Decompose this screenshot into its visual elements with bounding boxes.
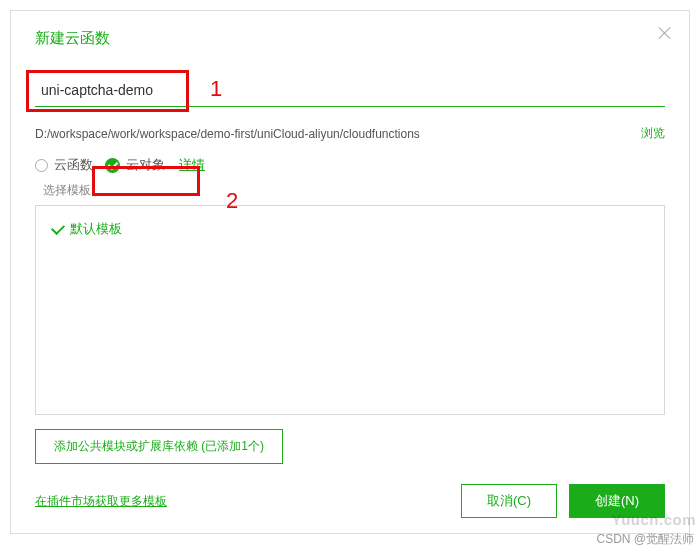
details-link[interactable]: 详情 xyxy=(179,156,205,174)
template-item-label: 默认模板 xyxy=(70,220,122,238)
template-section-label: 选择模板 xyxy=(43,182,665,199)
dialog-title: 新建云函数 xyxy=(35,29,665,48)
dialog-footer: 在插件市场获取更多模板 取消(C) 创建(N) xyxy=(35,484,665,518)
type-row: 云函数 云对象 详情 xyxy=(35,156,665,174)
cancel-button[interactable]: 取消(C) xyxy=(461,484,557,518)
path-row: D:/workspace/work/workspace/demo-first/u… xyxy=(35,125,665,142)
function-name-input[interactable] xyxy=(35,76,180,104)
more-templates-link[interactable]: 在插件市场获取更多模板 xyxy=(35,493,167,510)
cloud-object-label[interactable]: 云对象 xyxy=(126,156,165,174)
browse-link[interactable]: 浏览 xyxy=(641,125,665,142)
close-icon[interactable] xyxy=(657,25,673,41)
template-item-default[interactable]: 默认模板 xyxy=(54,220,646,238)
template-list: 默认模板 xyxy=(35,205,665,415)
function-name-input-wrap xyxy=(35,76,180,104)
cloud-function-label[interactable]: 云函数 xyxy=(54,156,93,174)
button-row: 取消(C) 创建(N) xyxy=(461,484,665,518)
path-text: D:/workspace/work/workspace/demo-first/u… xyxy=(35,127,420,141)
add-module-button[interactable]: 添加公共模块或扩展库依赖 (已添加1个) xyxy=(35,429,283,464)
radio-cloud-function[interactable] xyxy=(35,159,48,172)
radio-cloud-object[interactable] xyxy=(105,158,120,173)
function-name-row xyxy=(35,76,665,107)
create-button[interactable]: 创建(N) xyxy=(569,484,665,518)
check-icon xyxy=(51,220,65,234)
new-cloud-function-dialog: 新建云函数 D:/workspace/work/workspace/demo-f… xyxy=(10,10,690,534)
